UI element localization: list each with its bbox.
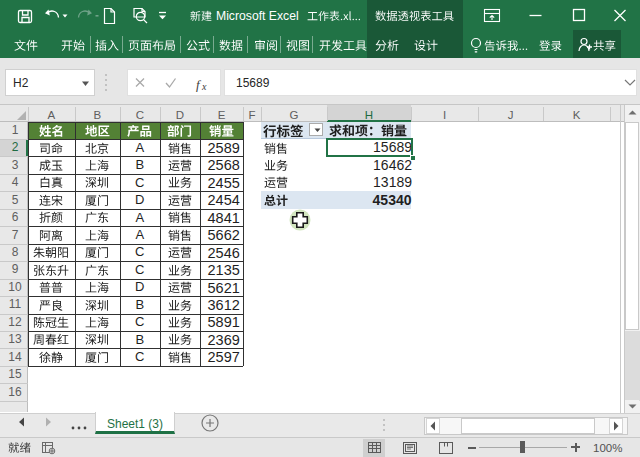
svg-text:x: x: [201, 81, 207, 92]
